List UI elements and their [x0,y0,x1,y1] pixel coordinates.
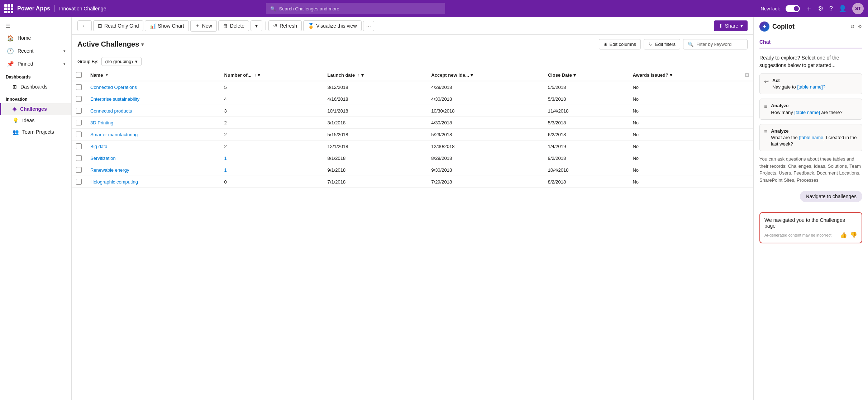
col-header-launch[interactable]: Launch date ↑ ▾ [323,69,427,81]
avatar[interactable]: ST [852,3,864,14]
row-name[interactable]: Holographic computing [86,176,220,188]
row-number: 1 [220,152,323,164]
row-name[interactable]: 3D Printing [86,117,220,129]
row-checkbox[interactable] [76,155,82,161]
delete-dropdown[interactable]: ▾ [251,20,262,31]
row-checkbox-cell [72,141,86,152]
waffle-icon[interactable] [4,4,13,13]
add-icon[interactable]: ＋ [806,4,812,13]
new-button[interactable]: ＋ New [190,20,217,32]
share-button[interactable]: ⬆ Share ▾ [714,20,748,31]
row-name[interactable]: Connected Operations [86,81,220,93]
settings-icon[interactable]: ⚙ [818,5,824,13]
row-awards: No [628,164,753,176]
sidebar-item-home[interactable]: 🏠 Home [0,32,71,44]
copilot-header-actions: ↺ ⚙ [850,24,862,29]
number-link[interactable]: 1 [224,156,227,161]
main-layout: ☰ 🏠 Home 🕐 Recent ▾ 📌 Pinned ▾ Dashboard… [0,17,868,400]
row-name[interactable]: Connected products [86,105,220,117]
sidebar-item-recent[interactable]: 🕐 Recent ▾ [0,44,71,57]
row-checkbox[interactable] [76,96,82,102]
view-title-chevron[interactable]: ▾ [141,42,144,47]
row-awards: No [628,93,753,105]
row-checkbox[interactable] [76,108,82,114]
row-checkbox[interactable] [76,120,82,125]
copilot-suggestion-act[interactable]: ↩ Act Navigate to [table name]? [759,73,862,94]
toolbar-separator [265,22,266,30]
row-name[interactable]: Servitization [86,152,220,164]
new-look-toggle[interactable] [786,5,800,12]
sidebar-item-challenges[interactable]: ◈ Challenges [0,103,71,115]
copilot-suggestion-analyze1[interactable]: ≡ Analyze How many [table name] are ther… [759,99,862,119]
refresh-button[interactable]: ↺ Refresh [268,20,302,31]
copilot-chat-tab[interactable]: Chat [759,36,862,48]
pinned-icon: 📌 [7,60,14,67]
table-row: 3D Printing 2 3/1/2018 4/30/2018 5/3/201… [72,117,753,129]
row-name[interactable]: Enterprise sustainability [86,93,220,105]
ideas-icon: 💡 [13,118,19,123]
thumbs-up-button[interactable]: 👍 [840,232,847,238]
filter-icon: ⛉ [648,42,653,47]
app-title: Innovation Challenge [59,6,106,11]
row-close-date: 5/3/2018 [544,93,629,105]
delete-button[interactable]: 🗑 Delete [218,20,249,31]
number-link[interactable]: 1 [224,167,227,173]
edit-columns-button[interactable]: ⊞ Edit columns [599,39,641,49]
row-checkbox[interactable] [76,179,82,185]
edit-filters-button[interactable]: ⛉ Edit filters [644,39,680,49]
row-number: 2 [220,129,323,141]
row-accept-date: 9/30/2018 [427,164,543,176]
col-header-awards[interactable]: Awards issued? ▾ ⊟ [628,69,753,81]
row-checkbox[interactable] [76,132,82,137]
row-checkbox[interactable] [76,84,82,90]
row-name[interactable]: Big data [86,141,220,152]
sidebar-item-teamprojects[interactable]: 👥 Team Projects [0,126,71,138]
account-icon[interactable]: 👤 [839,5,846,13]
view-header: Active Challenges ▾ ⊞ Edit columns ⛉ Edi… [72,35,753,54]
sidebar-dashboards-label: Dashboards [20,84,48,90]
row-checkbox[interactable] [76,167,82,173]
col-header-name[interactable]: Name ▾ [86,69,220,81]
group-by-select[interactable]: (no grouping) ▾ [101,57,142,66]
col-header-accept[interactable]: Accept new ide... ▾ [427,69,543,81]
copilot-suggestion-analyze2[interactable]: ≡ Analyze What are the [table name] I cr… [759,124,862,152]
number-filter-icon: ▾ [258,72,260,78]
select-all-header[interactable] [72,69,86,81]
col-header-close[interactable]: Close Date ▾ [544,69,629,81]
sidebar-toggle[interactable]: ☰ [0,20,71,32]
copilot-settings-icon[interactable]: ⚙ [858,24,862,29]
content-area: ← ⊞ Read Only Grid 📊 Show Chart ＋ New 🗑 … [72,17,753,400]
keyword-filter[interactable]: 🔍 Filter by keyword [683,39,748,49]
recent-chevron: ▾ [63,49,66,53]
sidebar-item-pinned[interactable]: 📌 Pinned ▾ [0,57,71,70]
row-close-date: 6/2/2018 [544,129,629,141]
row-checkbox-cell [72,105,86,117]
thumbs-down-button[interactable]: 👎 [850,232,857,238]
row-name[interactable]: Renewable energy [86,164,220,176]
copilot-logo: ✦ [759,22,769,32]
recent-icon: 🕐 [7,47,14,54]
row-name[interactable]: Smarter manufacturing [86,129,220,141]
sidebar-challenges-label: Challenges [20,106,47,112]
sidebar-item-ideas[interactable]: 💡 Ideas [0,115,71,126]
show-chart-button[interactable]: 📊 Show Chart [145,20,189,31]
challenges-icon: ◈ [13,106,16,112]
new-look-label: New look [761,6,780,11]
back-button[interactable]: ← [77,20,92,31]
number-value: 2 [224,120,227,125]
more-actions-button[interactable]: ⋯ [363,21,374,31]
delete-icon: 🗑 [223,23,228,29]
help-icon[interactable]: ? [829,5,833,13]
row-checkbox[interactable] [76,143,82,149]
copilot-response-text: We navigated you to the Challenges page [764,217,857,229]
copilot-disclaimer: AI-generated content may be incorrect [764,233,837,237]
sidebar-item-dashboards[interactable]: ⊞ Dashboards [0,81,71,92]
select-all-checkbox[interactable] [76,72,82,78]
read-only-grid-button[interactable]: ⊞ Read Only Grid [93,20,143,31]
col-header-number[interactable]: Number of... ↓ ▾ [220,69,323,81]
copilot-refresh-icon[interactable]: ↺ [850,24,855,29]
analyze2-icon: ≡ [764,129,767,135]
global-search[interactable]: 🔍 Search Challenges and more [266,3,445,14]
visualize-button[interactable]: 🏅 Visualize this view [303,20,361,31]
top-nav: Power Apps Innovation Challenge 🔍 Search… [0,0,868,17]
